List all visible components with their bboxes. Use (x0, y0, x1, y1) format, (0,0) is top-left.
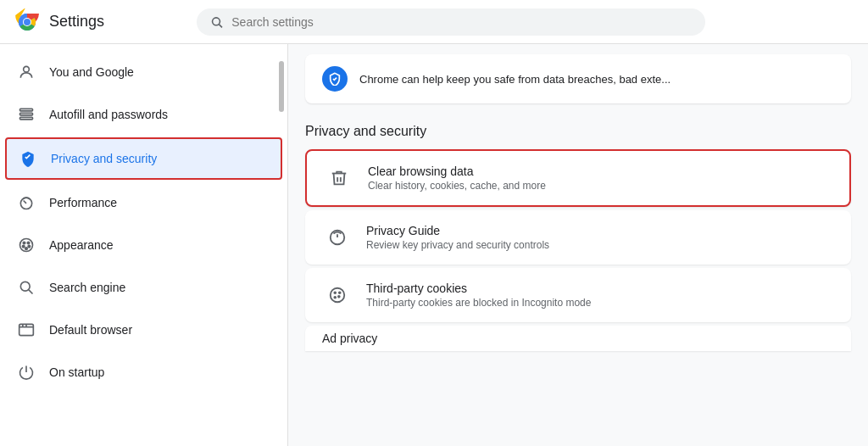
sidebar-label-appearance: Appearance (49, 238, 114, 252)
browser-icon (17, 321, 36, 339)
sidebar-label-autofill: Autofill and passwords (49, 108, 168, 121)
svg-rect-10 (20, 113, 33, 115)
sidebar-item-you-and-google[interactable]: You and Google (0, 51, 287, 93)
privacy-guide-title: Privacy Guide (366, 224, 549, 237)
setting-card-privacy-guide[interactable]: Privacy Guide Review key privacy and sec… (305, 210, 851, 265)
svg-point-12 (20, 198, 31, 209)
clear-browsing-title: Clear browsing data (368, 164, 546, 178)
chrome-logo (14, 8, 41, 36)
svg-point-30 (338, 296, 340, 298)
svg-point-6 (213, 17, 220, 25)
setting-card-clear-browsing-data[interactable]: Clear browsing data Clear history, cooki… (305, 149, 851, 207)
sidebar: You and Google Autofill and passwords (0, 44, 288, 446)
sidebar-item-default-browser[interactable]: Default browser (0, 309, 287, 351)
logo-area: Settings (14, 8, 183, 36)
palette-icon (17, 236, 36, 254)
svg-point-8 (24, 66, 30, 72)
list-icon (17, 105, 36, 124)
third-party-cookies-title: Third-party cookies (366, 282, 591, 295)
svg-point-18 (25, 248, 28, 250)
trash-icon (324, 163, 354, 193)
ad-privacy-title: Ad privacy (322, 332, 377, 345)
person-icon (17, 63, 36, 81)
sidebar-label-privacy-security: Privacy and security (51, 152, 157, 165)
content-area: Chrome can help keep you safe from data … (288, 44, 868, 446)
sidebar-label-you-and-google: You and Google (49, 65, 134, 79)
search-bar[interactable] (197, 8, 705, 36)
setting-text-clear-browsing: Clear browsing data Clear history, cooki… (368, 164, 546, 192)
sidebar-item-appearance[interactable]: Appearance (0, 224, 287, 266)
sidebar-item-privacy-security[interactable]: Privacy and security (5, 137, 282, 180)
svg-point-16 (22, 245, 25, 248)
main-layout: You and Google Autofill and passwords (0, 44, 868, 446)
cookie-icon (322, 280, 353, 310)
svg-line-20 (29, 290, 33, 294)
setting-text-privacy-guide: Privacy Guide Review key privacy and sec… (366, 224, 549, 251)
sidebar-label-performance: Performance (49, 196, 117, 209)
svg-rect-11 (20, 117, 33, 120)
clear-browsing-subtitle: Clear history, cookies, cache, and more (368, 180, 546, 192)
svg-point-17 (28, 245, 31, 248)
svg-rect-9 (20, 109, 33, 111)
search-icon (210, 15, 223, 29)
third-party-cookies-subtitle: Third-party cookies are blocked in Incog… (366, 297, 591, 309)
setting-card-third-party-cookies[interactable]: Third-party cookies Third-party cookies … (305, 268, 851, 322)
svg-point-14 (23, 242, 25, 244)
shield-icon (19, 149, 37, 168)
sidebar-item-performance[interactable]: Performance (0, 181, 287, 224)
safe-browsing-text: Chrome can help keep you safe from data … (359, 73, 670, 86)
section-title-privacy: Privacy and security (288, 114, 868, 146)
svg-point-32 (339, 292, 341, 293)
search-nav-icon (17, 278, 36, 297)
power-icon (17, 363, 36, 382)
setting-card-ad-privacy-partial[interactable]: Ad privacy (305, 326, 851, 351)
search-input[interactable] (231, 15, 692, 29)
safe-browsing-card[interactable]: Chrome can help keep you safe from data … (305, 54, 851, 103)
sidebar-label-default-browser: Default browser (49, 323, 132, 337)
privacy-guide-icon (322, 222, 353, 253)
header: Settings (0, 0, 868, 44)
gauge-icon (17, 193, 36, 212)
settings-title: Settings (49, 13, 104, 31)
svg-point-15 (27, 242, 30, 244)
svg-point-19 (20, 282, 30, 291)
svg-point-29 (334, 292, 336, 293)
sidebar-label-on-startup: On startup (49, 365, 104, 379)
svg-point-28 (331, 288, 345, 303)
scrollbar[interactable] (279, 61, 284, 112)
privacy-guide-subtitle: Review key privacy and security controls (366, 239, 549, 251)
svg-point-31 (334, 297, 336, 298)
svg-line-7 (220, 24, 223, 27)
sidebar-item-autofill[interactable]: Autofill and passwords (0, 93, 287, 136)
sidebar-item-search-engine[interactable]: Search engine (0, 266, 287, 309)
sidebar-label-search-engine: Search engine (49, 281, 125, 294)
svg-point-5 (24, 19, 31, 25)
safe-browsing-icon (322, 66, 348, 92)
setting-text-third-party-cookies: Third-party cookies Third-party cookies … (366, 282, 591, 309)
sidebar-item-on-startup[interactable]: On startup (0, 351, 287, 393)
